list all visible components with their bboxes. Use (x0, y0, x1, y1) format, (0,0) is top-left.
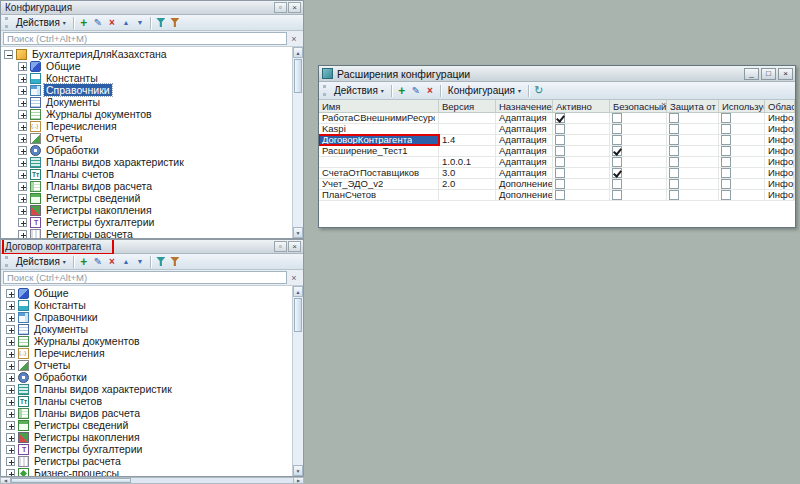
scope-cell[interactable]: Инфор... (765, 168, 795, 178)
scroll-up-icon[interactable]: ▲ (293, 47, 303, 58)
column-header[interactable]: Защита от ... (667, 100, 719, 112)
safe-mode-cell[interactable] (610, 168, 667, 178)
clear-search-icon[interactable]: × (287, 32, 301, 45)
table-row[interactable]: ДоговорКонтрагента 1.4 Адаптация Инфор..… (319, 135, 795, 146)
scroll-right-icon[interactable]: ▶ (293, 478, 303, 483)
tree-item[interactable]: Обработки (18, 144, 291, 156)
column-header[interactable]: Назначение (496, 100, 553, 112)
protection-cell[interactable] (667, 146, 719, 156)
delete-icon[interactable]: × (105, 255, 119, 268)
safe-mode-cell[interactable] (610, 190, 667, 200)
tree-item[interactable]: Справочники (6, 311, 291, 323)
active-checkbox[interactable] (555, 157, 565, 167)
tree-item[interactable]: Регистры сведений (6, 419, 291, 431)
safe-mode-cell[interactable] (610, 146, 667, 156)
tree-item[interactable]: Константы (18, 72, 291, 84)
tree-item[interactable]: Регистры сведений (18, 192, 291, 204)
pin-panel-icon[interactable]: ▫ (274, 2, 287, 13)
tree-item[interactable]: Регистры расчета (18, 228, 291, 238)
filter-settings-icon[interactable] (168, 255, 182, 268)
scope-cell[interactable]: Инфор... (765, 157, 795, 167)
name-cell[interactable]: РаботаСВнешнимиРесурсами (319, 113, 439, 123)
expander-icon[interactable] (6, 433, 15, 442)
purpose-cell[interactable]: Дополнение (496, 190, 553, 200)
tree-root-item[interactable]: БухгалтерияДляКазахстана (4, 48, 291, 60)
active-checkbox[interactable] (555, 190, 565, 200)
edit-pencil-icon[interactable]: ✎ (409, 84, 423, 97)
vertical-scrollbar[interactable]: ▲ ▼ (292, 47, 303, 238)
add-icon[interactable]: + (395, 84, 409, 97)
uses-cell[interactable] (719, 157, 765, 167)
expander-icon[interactable] (18, 170, 27, 179)
configuration-menu-button[interactable]: Конфигурация▾ (444, 84, 525, 98)
purpose-cell[interactable]: Адаптация (496, 146, 553, 156)
name-cell[interactable]: Учет_ЭДО_v2 (319, 179, 439, 189)
pin-panel-icon[interactable]: ▫ (274, 241, 287, 252)
active-checkbox[interactable] (555, 124, 565, 134)
version-cell[interactable]: 2.0 (439, 179, 496, 189)
delete-icon[interactable]: × (423, 84, 437, 97)
protection-cell[interactable] (667, 124, 719, 134)
table-row[interactable]: Расширение_Тест1 Адаптация Инфор... (319, 146, 795, 157)
safe-mode-checkbox[interactable] (612, 179, 622, 189)
actions-menu-button[interactable]: Действия▾ (12, 16, 70, 30)
column-header[interactable]: Используе... (719, 100, 765, 112)
toolbar-grip[interactable] (5, 256, 8, 267)
expander-icon[interactable] (6, 457, 15, 466)
tree-item[interactable]: Отчеты (6, 359, 291, 371)
protection-checkbox[interactable] (669, 135, 679, 145)
uses-checkbox[interactable] (721, 179, 731, 189)
tree-item[interactable]: Регистры бухгалтерии (6, 443, 291, 455)
tree-item[interactable]: Планы видов характеристик (18, 156, 291, 168)
uses-cell[interactable] (719, 168, 765, 178)
uses-cell[interactable] (719, 179, 765, 189)
tree-item[interactable]: Регистры бухгалтерии (18, 216, 291, 228)
expander-icon[interactable] (18, 230, 27, 239)
extension-panel-header[interactable]: Договор контрагента ▫ × (1, 240, 303, 254)
safe-mode-checkbox[interactable] (612, 135, 622, 145)
active-cell[interactable] (553, 113, 610, 123)
active-cell[interactable] (553, 146, 610, 156)
edit-pencil-icon[interactable]: ✎ (91, 16, 105, 29)
scope-cell[interactable]: Инфор... (765, 146, 795, 156)
scroll-up-icon[interactable]: ▲ (293, 286, 303, 297)
uses-cell[interactable] (719, 190, 765, 200)
tree-item[interactable]: Документы (6, 323, 291, 335)
uses-checkbox[interactable] (721, 124, 731, 134)
tree-item[interactable]: Журналы документов (18, 108, 291, 120)
active-checkbox[interactable] (555, 113, 565, 123)
expander-icon[interactable] (6, 445, 15, 454)
active-checkbox[interactable] (555, 179, 565, 189)
minimize-icon[interactable]: _ (744, 68, 759, 80)
search-input[interactable] (3, 32, 287, 45)
protection-checkbox[interactable] (669, 157, 679, 167)
tree-item[interactable]: Общие (18, 60, 291, 72)
safe-mode-cell[interactable] (610, 179, 667, 189)
expander-icon[interactable] (18, 146, 27, 155)
tree-item[interactable]: Константы (6, 299, 291, 311)
tree-item[interactable]: Планы видов расчета (18, 180, 291, 192)
scroll-track[interactable] (293, 94, 303, 227)
tree-item[interactable]: Общие (6, 287, 291, 299)
tree-item[interactable]: Регистры накопления (18, 204, 291, 216)
expander-icon[interactable] (18, 74, 27, 83)
close-icon[interactable]: × (778, 68, 793, 80)
uses-checkbox[interactable] (721, 168, 731, 178)
active-cell[interactable] (553, 124, 610, 134)
tree-item[interactable]: Перечисления (6, 347, 291, 359)
active-cell[interactable] (553, 190, 610, 200)
maximize-icon[interactable]: □ (761, 68, 776, 80)
version-cell[interactable] (439, 113, 496, 123)
name-cell[interactable] (319, 157, 439, 167)
version-cell[interactable] (439, 190, 496, 200)
close-panel-icon[interactable]: × (288, 241, 301, 252)
move-up-icon[interactable]: ▲ (119, 16, 133, 29)
expander-icon[interactable] (18, 158, 27, 167)
column-header[interactable]: Безопасный реж... (610, 100, 667, 112)
refresh-icon[interactable]: ↻ (532, 84, 546, 97)
expander-icon[interactable] (6, 409, 15, 418)
expander-icon[interactable] (18, 110, 27, 119)
toolbar-grip[interactable] (5, 17, 8, 28)
horizontal-scrollbar[interactable]: ◀ ▶ (0, 477, 304, 484)
uses-cell[interactable] (719, 135, 765, 145)
